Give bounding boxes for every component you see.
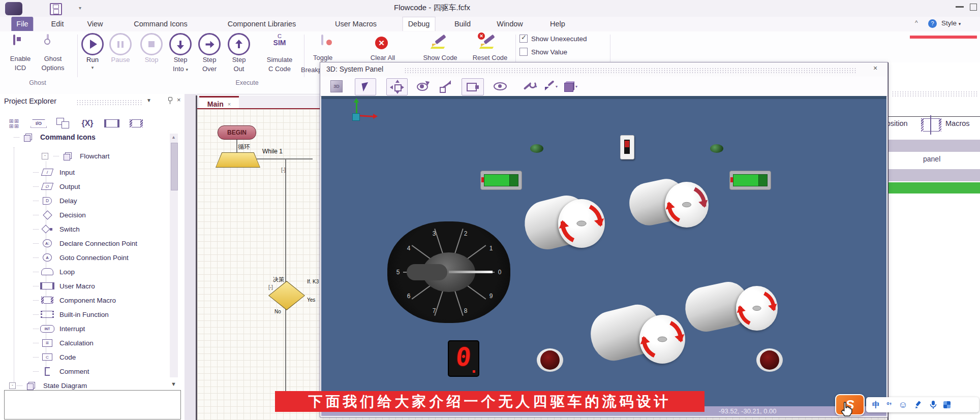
tree-item-component-macro[interactable]: Component Macro [40, 295, 170, 306]
begin-node[interactable]: BEGIN [218, 125, 256, 140]
pin-icon[interactable] [166, 97, 172, 104]
menu-build[interactable]: Build [449, 17, 476, 31]
select-tool-button[interactable] [355, 78, 376, 95]
tree-item-user-macro[interactable]: User Macro [40, 280, 170, 292]
ime-punctuation-button[interactable]: °’ [886, 401, 892, 409]
tree-item-delay[interactable]: DDelay [40, 195, 170, 206]
icon-grid-button[interactable]: ⊞⊞⊞⊞ [3, 114, 25, 133]
tree-item-decision[interactable]: Decision [40, 209, 170, 220]
tree-item-state-diagram[interactable]: State Diagram [23, 380, 154, 391]
collapse-expander[interactable]: - [9, 382, 16, 389]
tree-item-input[interactable]: IInput [40, 167, 170, 178]
tree-item-calculation[interactable]: =Calculation [40, 337, 170, 348]
tree-item-interrupt[interactable]: INTInterrupt [40, 323, 170, 334]
move-tool-button[interactable] [386, 78, 408, 95]
scroll-up-icon[interactable]: ▲ [171, 135, 176, 140]
menu-file[interactable]: File [11, 17, 33, 31]
component-macro-button[interactable] [125, 114, 147, 133]
tree-item-loop[interactable]: Loop [40, 266, 170, 277]
step-out-button[interactable] [228, 33, 250, 55]
tree-item-comment[interactable]: Comment [40, 366, 170, 377]
slide-switch[interactable] [620, 135, 634, 159]
close-icon[interactable]: × [873, 64, 877, 72]
show-value-checkbox[interactable]: ✓ Show Value [519, 48, 567, 56]
loop-start-node[interactable] [216, 152, 260, 168]
menu-help[interactable]: Help [545, 17, 570, 31]
3d-panel-title-bar[interactable]: 3D: System Panel × [320, 62, 887, 77]
toggle-breakpoint-button[interactable] [321, 36, 323, 45]
menu-edit[interactable]: Edit [46, 17, 69, 31]
emoji-icon[interactable]: ☺ [898, 400, 907, 410]
region-tool-button[interactable] [462, 78, 484, 95]
tree-item-declare-connection-point[interactable]: A:Declare Connection Point [40, 238, 170, 249]
keyboard-grid-icon[interactable] [943, 401, 951, 408]
user-macro-button[interactable] [101, 114, 123, 133]
tree-item-output[interactable]: OOutput [40, 181, 170, 192]
menu-debug[interactable]: Debug [403, 17, 436, 31]
green-led[interactable] [710, 144, 723, 153]
step-into-button[interactable] [169, 33, 192, 55]
ime-language-button[interactable]: 中 [872, 400, 880, 410]
tree-item-built-in-function[interactable]: Built-in Function [40, 309, 170, 320]
ghost-options-button[interactable] [47, 35, 49, 44]
led-bargraph[interactable] [729, 171, 771, 190]
simulate-c-code-button[interactable]: C SIM [269, 34, 290, 47]
tree-item-switch[interactable]: Switch [40, 223, 170, 235]
pause-button[interactable] [109, 33, 132, 55]
motor[interactable] [665, 182, 709, 228]
panel-row-label[interactable]: panel [923, 155, 940, 163]
collapse-toggle[interactable]: [-] [268, 284, 273, 290]
rotate-tool-button[interactable] [412, 78, 432, 94]
show-unexecuted-checkbox[interactable]: ✓ Show Unexecuted [519, 35, 587, 43]
3d-viewport[interactable]: 0 1 2 3 4 5 6 7 8 9 0 [321, 96, 886, 406]
io-button[interactable]: I/O [27, 114, 50, 133]
collapse-ribbon-icon[interactable]: ^ [915, 19, 918, 26]
windows-button[interactable] [52, 114, 74, 133]
microphone-icon[interactable] [929, 400, 937, 409]
style-button[interactable]: Style ▾ [941, 19, 961, 27]
red-led[interactable] [756, 348, 783, 372]
macros-tab-label[interactable]: Macros [945, 119, 970, 127]
enable-icd-button[interactable] [13, 36, 15, 45]
close-tab-icon[interactable]: × [228, 101, 231, 107]
menu-user-macros[interactable]: User Macros [330, 17, 382, 31]
variables-button[interactable]: {X} [76, 114, 99, 133]
scrollbar-thumb[interactable] [171, 143, 178, 190]
rotary-switch-knob[interactable] [422, 252, 475, 292]
tree-item-code[interactable]: CCode [40, 351, 170, 363]
motor[interactable] [736, 286, 778, 331]
panel-menu-icon[interactable]: ▼ [146, 98, 151, 103]
scroll-down-icon[interactable]: ▼ [171, 381, 176, 387]
seven-segment-display[interactable]: 0 [448, 340, 479, 377]
resize-tool-button[interactable] [435, 78, 455, 94]
quick-access-dropdown-icon[interactable]: ▾ [79, 5, 81, 11]
menu-component-libraries[interactable]: Component Libraries [223, 17, 301, 31]
solid-view-button[interactable]: ▾ [560, 78, 580, 94]
handwriting-pencil-icon[interactable] [914, 401, 923, 409]
minimize-icon[interactable] [956, 6, 964, 8]
rotary-switch[interactable]: 0 1 2 3 4 5 6 7 8 9 [387, 221, 510, 323]
decision-node[interactable] [268, 281, 305, 310]
red-led[interactable] [537, 348, 563, 372]
stop-button[interactable] [140, 33, 163, 55]
green-led[interactable] [530, 144, 543, 153]
app-icon[interactable] [5, 2, 22, 15]
paint-brush-button[interactable]: ▾ [541, 78, 561, 94]
visibility-button[interactable] [490, 78, 510, 94]
save-icon[interactable] [50, 3, 62, 15]
help-icon[interactable]: ? [928, 19, 937, 28]
collapse-toggle[interactable]: [-] [281, 167, 286, 173]
menu-view[interactable]: View [82, 17, 108, 31]
menu-command-icons[interactable]: Command Icons [129, 17, 193, 31]
led-bargraph[interactable] [480, 171, 522, 190]
settings-wrench-button[interactable]: ▾ [519, 78, 540, 94]
menu-window[interactable]: Window [492, 17, 528, 31]
step-over-button[interactable] [198, 33, 221, 55]
restore-icon[interactable] [970, 4, 977, 11]
tree-item-goto-connection-point[interactable]: AGoto Connection Point [40, 252, 170, 263]
close-icon[interactable]: × [177, 96, 181, 104]
motor[interactable] [558, 199, 605, 248]
run-dropdown-icon[interactable]: ▾ [91, 65, 94, 70]
run-button[interactable] [81, 33, 104, 55]
clear-all-breakpoints-button[interactable]: ✕ [375, 37, 388, 49]
